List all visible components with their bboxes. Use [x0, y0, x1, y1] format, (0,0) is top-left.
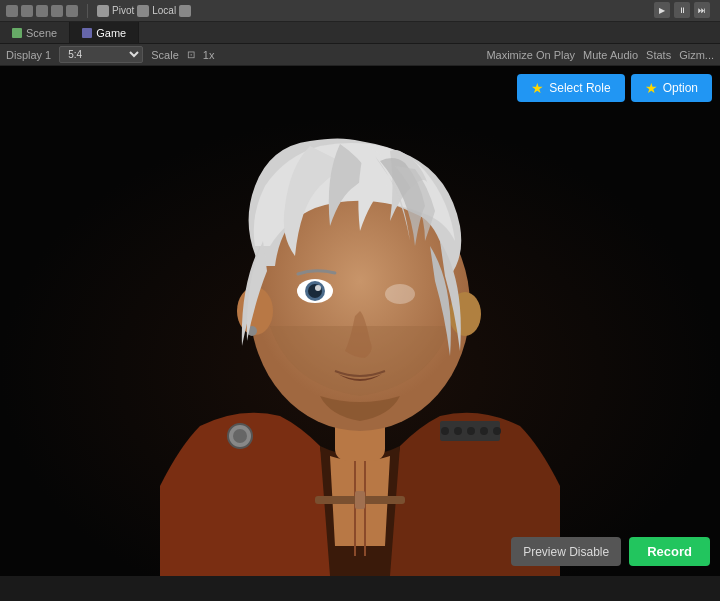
tool-icon-3[interactable]	[36, 5, 48, 17]
display-label: Display 1	[6, 49, 51, 61]
svg-point-6	[480, 427, 488, 435]
top-toolbar: Pivot Local ▶ ⏸ ⏭	[0, 0, 720, 22]
option-button[interactable]: ★ Option	[631, 74, 712, 102]
option-label: Option	[663, 81, 698, 95]
svg-point-5	[467, 427, 475, 435]
game-viewport: ★ Select Role ★ Option Preview Disable R…	[0, 66, 720, 576]
svg-point-3	[441, 427, 449, 435]
game-tab-label: Game	[96, 27, 126, 39]
pivot-icon[interactable]	[137, 5, 149, 17]
pause-button[interactable]: ⏸	[674, 2, 690, 18]
preview-disable-label: Preview Disable	[523, 545, 609, 559]
preview-disable-button[interactable]: Preview Disable	[511, 537, 621, 566]
play-button[interactable]: ▶	[654, 2, 670, 18]
tool-icon-2[interactable]	[21, 5, 33, 17]
svg-rect-24	[355, 491, 365, 509]
option-star-icon: ★	[645, 80, 658, 96]
select-role-button[interactable]: ★ Select Role	[517, 74, 624, 102]
playback-controls: ▶ ⏸ ⏭	[654, 2, 710, 18]
record-label: Record	[647, 544, 692, 559]
local-label: Local	[152, 5, 176, 16]
svg-point-7	[493, 427, 501, 435]
tab-scene[interactable]: Scene	[0, 22, 70, 43]
character-render	[0, 66, 720, 576]
stats-label[interactable]: Stats	[646, 49, 671, 61]
select-role-label: Select Role	[549, 81, 610, 95]
scale-value: 1x	[203, 49, 215, 61]
local-icon[interactable]	[179, 5, 191, 17]
display-dropdown[interactable]: 5:4 Free Aspect 16:9	[59, 46, 143, 63]
record-button[interactable]: Record	[629, 537, 710, 566]
tab-bar: Scene Game	[0, 22, 720, 44]
mute-label[interactable]: Mute Audio	[583, 49, 638, 61]
tool-icon-4[interactable]	[51, 5, 63, 17]
step-button[interactable]: ⏭	[694, 2, 710, 18]
scene-tab-icon	[12, 28, 22, 38]
separator-1	[87, 4, 88, 18]
svg-point-4	[454, 427, 462, 435]
tool-icon-1[interactable]	[6, 5, 18, 17]
maximize-label[interactable]: Maximize On Play	[486, 49, 575, 61]
right-options: Maximize On Play Mute Audio Stats Gizm..…	[486, 49, 714, 61]
top-right-buttons: ★ Select Role ★ Option	[517, 74, 712, 102]
toolbar-icons-center: Pivot Local	[97, 5, 191, 17]
pivot-label: Pivot	[112, 5, 134, 16]
scale-icon: ⊡	[187, 49, 195, 60]
toolbar-icons-left	[6, 5, 78, 17]
game-tab-icon	[82, 28, 92, 38]
svg-point-19	[385, 284, 415, 304]
tool-icon-5[interactable]	[66, 5, 78, 17]
scale-label: Scale	[151, 49, 179, 61]
transform-icon[interactable]	[97, 5, 109, 17]
gizmos-label[interactable]: Gizm...	[679, 49, 714, 61]
scene-tab-label: Scene	[26, 27, 57, 39]
select-role-star-icon: ★	[531, 80, 544, 96]
svg-point-18	[315, 285, 321, 291]
bottom-buttons: Preview Disable Record	[511, 537, 710, 566]
svg-point-9	[233, 429, 247, 443]
tab-game[interactable]: Game	[70, 22, 139, 43]
sub-toolbar: Display 1 5:4 Free Aspect 16:9 Scale ⊡ 1…	[0, 44, 720, 66]
